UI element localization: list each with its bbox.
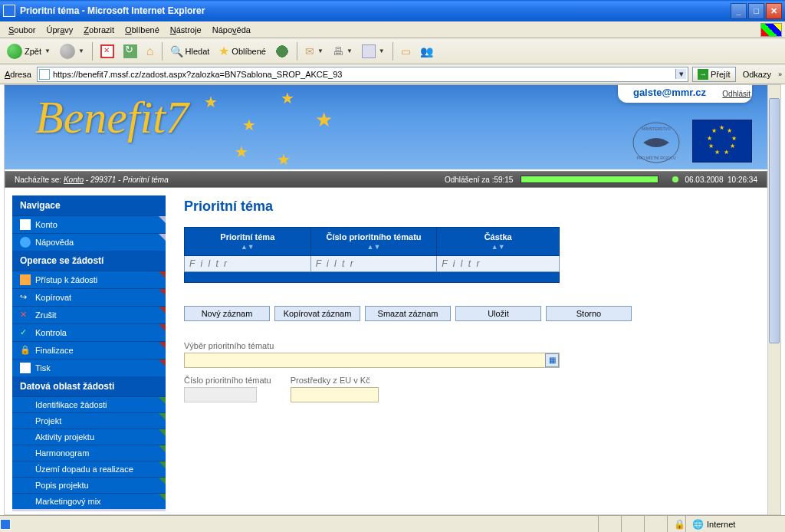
star-decoration: ★ [315,108,333,132]
sidebar-item-zrusit[interactable]: ✕Zrušit [12,306,166,323]
vyber-input[interactable]: ▦ [184,353,560,368]
history-button[interactable] [271,41,293,61]
globe-icon: 🌐 [692,519,704,530]
scrollbar-thumb[interactable] [769,98,780,343]
menu-zobrazit[interactable]: Zobrazit [78,24,120,36]
print-icon [20,363,31,373]
forward-dropdown-icon[interactable]: ▼ [78,48,84,54]
menu-napoveda[interactable]: Nápověda [207,24,256,36]
vertical-scrollbar[interactable] [767,85,780,514]
ulozit-button[interactable]: Uložit [455,306,541,321]
empty-row [185,272,560,283]
separator [162,42,163,61]
sidebar-item-harmonogram[interactable]: Harmonogram [12,445,166,461]
breadcrumb-page: Prioritní téma [123,176,168,184]
sidebar-item-tisk[interactable]: Tisk [12,359,166,376]
filter-row [185,256,560,272]
sort-icon[interactable]: ▲▼ [241,243,255,251]
sort-icon[interactable]: ▲▼ [491,243,505,251]
col-prioritni-tema[interactable]: Prioritní téma▲▼ [185,228,311,256]
discuss-button[interactable]: ▭ [397,41,415,61]
star-decoration: ★ [235,143,248,161]
close-button[interactable]: ✕ [766,3,782,19]
sidebar-item-identifikace[interactable]: Identifikace žádosti [12,396,166,412]
benefit7-logo: Benefit7 [35,91,189,144]
url-input[interactable] [53,70,675,79]
edit-button[interactable]: ▼ [358,41,389,61]
star-decoration: ★ [281,89,294,107]
address-field[interactable]: ▾ [37,67,688,82]
ie-icon [3,5,15,17]
star-icon: ★ [218,44,229,58]
sidebar-item-pristup[interactable]: Přístup k žádosti [12,271,166,288]
sidebar-item-napoveda[interactable]: Nápověda [12,233,166,251]
novy-zaznam-button[interactable]: Nový záznam [184,306,270,321]
main-content: Prioritní téma Prioritní téma▲▼ Číslo pr… [166,188,767,511]
breadcrumb-bar: Nacházíte se: Konto - 299371 - Prioritní… [5,171,767,188]
stop-button[interactable] [97,41,118,61]
home-button[interactable]: ⌂ [143,41,158,61]
separator [392,42,393,61]
favorites-button[interactable]: ★Oblíbené [215,41,270,61]
help-icon [20,237,31,248]
sidebar-item-marketing[interactable]: Marketingový mix [12,493,166,511]
sidebar: Navigace Konto Nápověda Operace se žádos… [5,188,166,511]
links-label[interactable]: Odkazy [740,70,774,79]
menu-oblibene[interactable]: Oblíbené [120,24,165,36]
sidebar-item-aktivity[interactable]: Aktivity projektu [12,429,166,445]
minimize-button[interactable]: _ [731,3,747,19]
toolbar: Zpět ▼ ▼ ⌂ 🔍Hledat ★Oblíbené ✉▼ 🖶▼ ▼ ▭ 👥 [0,38,785,64]
go-button[interactable]: → Přejít [692,67,736,82]
col-cislo[interactable]: Číslo prioritního tématu▲▼ [310,228,437,256]
sidebar-item-uzemi[interactable]: Území dopadu a realizace [12,461,166,477]
account-icon [20,219,31,230]
status-lock: 🔒 [667,516,685,532]
star-decoration: ★ [277,150,291,169]
maximize-button[interactable]: □ [748,3,764,19]
page-icon [39,69,50,80]
menu-upravy[interactable]: Úpravy [41,24,78,36]
picker-icon[interactable]: ▦ [545,353,559,367]
messenger-button[interactable]: 👥 [416,41,437,61]
print-button[interactable]: 🖶▼ [329,41,356,61]
logout-link[interactable]: Odhlásit [722,90,751,98]
filter-input-castka[interactable] [437,256,559,271]
sidebar-item-finalizace[interactable]: 🔒Finalizace [12,341,166,359]
address-dropdown-icon[interactable]: ▾ [675,69,686,79]
search-button[interactable]: 🔍Hledat [166,41,214,61]
menu-soubor[interactable]: SSouboroubor [3,24,41,36]
prostredky-input[interactable] [291,387,379,402]
prostredky-label: Prostředky z EU v Kč [291,376,379,385]
page-title: Prioritní téma [184,199,749,215]
search-icon: 🔍 [170,45,183,57]
sidebar-item-projekt[interactable]: Projekt [12,412,166,429]
col-castka[interactable]: Částka▲▼ [437,228,560,256]
forward-button[interactable]: ▼ [56,41,88,61]
refresh-button[interactable] [120,41,141,61]
breadcrumb-konto[interactable]: Konto [64,176,84,184]
sidebar-item-popis[interactable]: Popis projektu [12,477,166,493]
smazat-zaznam-button[interactable]: Smazat záznam [365,306,451,321]
filter-input-cislo[interactable] [311,256,437,271]
mail-button[interactable]: ✉▼ [301,41,327,61]
kopirovat-zaznam-button[interactable]: Kopírovat záznam [274,306,360,321]
links-chevron-icon[interactable]: » [778,71,782,78]
cislo-input [184,387,257,402]
menu-nastroje[interactable]: Nástroje [165,24,207,36]
forward-icon [60,44,75,59]
sidebar-item-kontrola[interactable]: ✓Kontrola [12,323,166,341]
sidebar-item-konto[interactable]: Konto [12,215,166,233]
filter-input-tema[interactable] [185,256,310,271]
priority-table: Prioritní téma▲▼ Číslo prioritního témat… [184,227,560,283]
svg-text:PRO MÍSTNÍ ROZVOJ: PRO MÍSTNÍ ROZVOJ [637,156,676,160]
back-button[interactable]: Zpět ▼ [3,41,54,61]
home-icon: ⌂ [146,44,154,58]
windows-flag-icon [760,23,782,37]
sidebar-item-kopirovat[interactable]: ↪Kopírovat [12,288,166,306]
storno-button[interactable]: Storno [546,306,632,321]
nav-header-data: Datová oblast žádosti [12,376,166,396]
stop-icon [100,44,114,58]
breadcrumb-prefix: Nacházíte se: [15,176,61,184]
sort-icon[interactable]: ▲▼ [367,243,381,251]
back-dropdown-icon[interactable]: ▼ [44,48,51,54]
